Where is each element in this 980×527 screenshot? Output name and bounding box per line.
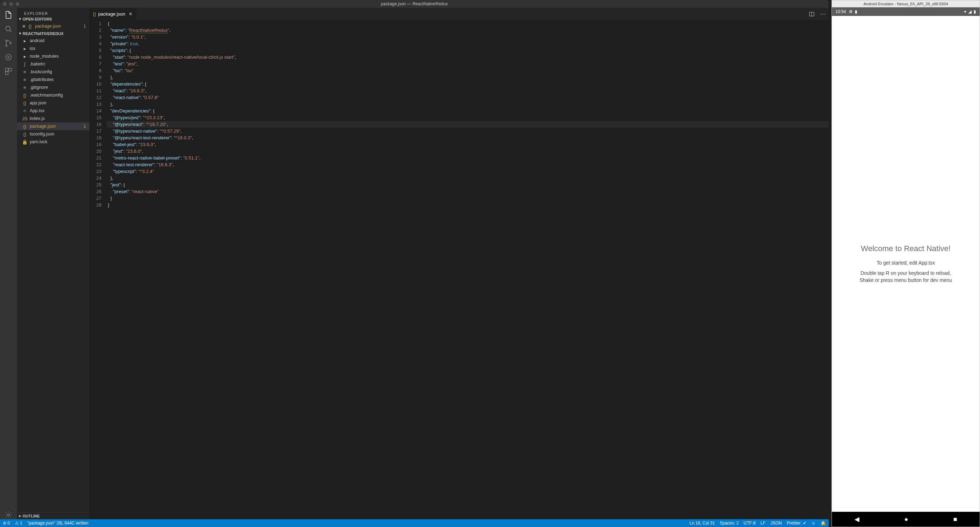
android-emulator-window: Android Emulator - Nexus_5X_API_28_x86:5…	[832, 0, 980, 527]
chevron-right-icon: ▸	[19, 514, 21, 518]
settings-gear-icon[interactable]	[4, 511, 13, 519]
file-label: package.json	[30, 124, 56, 129]
errors-count[interactable]: ⊘ 0	[3, 521, 10, 525]
file-label: node_modules	[30, 54, 59, 59]
folder-icon: ▸	[22, 46, 27, 51]
file-label: .gitattributes	[30, 77, 54, 82]
config-icon: ≡	[22, 77, 27, 83]
lock-icon: 🔒	[22, 139, 27, 145]
file-tree: ▸android▸ios▸node_modules∫.babelrc≡.buck…	[17, 37, 89, 512]
vscode-window: package.json — ReactNativeRedux EXPLORER…	[0, 0, 829, 527]
json-icon: {}	[22, 123, 27, 129]
react-icon: ⚛	[22, 108, 27, 113]
prettier-status[interactable]: Prettier: ✔	[787, 521, 806, 525]
cursor-position[interactable]: Ln 16, Col 31	[690, 521, 715, 525]
more-actions-icon[interactable]: ⋯	[818, 11, 829, 18]
file-label: .watchmanconfig	[30, 93, 63, 98]
svg-point-9	[8, 514, 10, 516]
instruction-line-1: To get started, edit App.tsx	[877, 260, 935, 267]
instruction-line-3: Shake or press menu button for dev menu	[859, 277, 952, 284]
file-item[interactable]: ∫.babelrc	[17, 60, 89, 68]
android-nav-bar: ◀ ● ■	[832, 512, 980, 527]
file-item[interactable]: {}tsconfig.json	[17, 130, 89, 138]
activity-bar	[0, 8, 17, 519]
svg-rect-8	[5, 72, 8, 75]
code-content[interactable]: { "name": "ReactNativeRedux", "version":…	[107, 20, 829, 519]
config-icon: ≡	[22, 84, 27, 90]
explorer-sidebar: EXPLORER ▾OPEN EDITORS ✕ {} package.json…	[17, 8, 89, 519]
project-header[interactable]: ▾REACTNATIVEREDUX	[17, 30, 89, 37]
modified-badge: 1	[83, 124, 86, 129]
indentation[interactable]: Spaces: 2	[720, 521, 738, 525]
feedback-icon[interactable]: ☺	[811, 521, 816, 525]
overview-button[interactable]: ■	[953, 516, 957, 523]
file-item[interactable]: ≡.buckconfig	[17, 68, 89, 76]
editor-area: {} package.json ✕ ⋯ 12345678910111213141…	[89, 8, 829, 519]
file-item[interactable]: ⚛App.tsx	[17, 107, 89, 115]
file-item[interactable]: {}package.json1	[17, 123, 89, 130]
open-editor-label: package.json	[35, 24, 61, 29]
instruction-line-2: Double tap R on your keyboard to reload,	[861, 270, 951, 277]
json-icon: {}	[93, 11, 96, 17]
file-label: .babelrc	[30, 62, 45, 67]
app-icon: ▮	[855, 9, 858, 14]
json-icon: {}	[22, 92, 27, 98]
window-controls[interactable]	[3, 2, 19, 6]
search-icon[interactable]	[4, 25, 13, 33]
battery-icon: ▮	[974, 9, 976, 14]
outline-header[interactable]: ▸OUTLINE	[17, 512, 89, 519]
open-editors-item[interactable]: ✕ {} package.json 1	[17, 22, 89, 30]
clock: 10:54	[835, 9, 846, 14]
language-mode[interactable]: JSON	[770, 521, 782, 525]
file-label: app.json	[30, 100, 46, 105]
warnings-count[interactable]: ⚠ 1	[15, 521, 22, 525]
file-label: android	[30, 38, 45, 43]
file-item[interactable]: ▸ios	[17, 45, 89, 53]
file-item[interactable]: ≡.gitignore	[17, 83, 89, 91]
file-item[interactable]: JSindex.js	[17, 115, 89, 123]
svg-rect-7	[9, 68, 12, 71]
json-icon: {}	[22, 131, 27, 137]
notifications-icon[interactable]: 🔔	[821, 521, 826, 525]
tab-label: package.json	[98, 11, 126, 17]
babel-icon: ∫	[22, 61, 27, 67]
file-item[interactable]: {}.watchmanconfig	[17, 91, 89, 99]
home-button[interactable]: ●	[904, 516, 908, 523]
titlebar: package.json — ReactNativeRedux	[0, 0, 829, 8]
back-button[interactable]: ◀	[854, 515, 859, 523]
file-label: tsconfig.json	[30, 132, 54, 137]
file-item[interactable]: ▸node_modules	[17, 53, 89, 60]
file-item[interactable]: ▸android	[17, 37, 89, 45]
file-label: .buckconfig	[30, 69, 52, 74]
emulator-titlebar: Android Emulator - Nexus_5X_API_28_x86:5…	[832, 0, 980, 7]
folder-icon: ▸	[22, 38, 27, 43]
split-editor-icon[interactable]	[806, 11, 818, 17]
explorer-icon[interactable]	[4, 11, 13, 19]
file-label: index.js	[30, 116, 45, 121]
file-label: ios	[30, 46, 35, 51]
svg-point-2	[6, 40, 7, 41]
open-editors-header[interactable]: ▾OPEN EDITORS	[17, 16, 89, 22]
svg-rect-6	[5, 68, 8, 71]
file-label: .gitignore	[30, 85, 48, 90]
file-item[interactable]: {}app.json	[17, 99, 89, 107]
status-bar: ⊘ 0 ⚠ 1 "package.json" 28L 644C written …	[0, 519, 829, 527]
svg-point-4	[10, 43, 11, 44]
file-item[interactable]: 🔒yarn.lock	[17, 138, 89, 146]
file-label: yarn.lock	[30, 139, 48, 144]
sidebar-title: EXPLORER	[17, 8, 89, 16]
android-status-bar: 10:54 ⚙ ▮ ▾ ◢ ▮	[832, 8, 980, 16]
file-item[interactable]: ≡.gitattributes	[17, 76, 89, 83]
wifi-icon: ▾	[964, 9, 966, 14]
close-icon[interactable]: ✕	[129, 11, 132, 17]
debug-icon[interactable]	[4, 53, 13, 62]
encoding[interactable]: UTF-8	[743, 521, 756, 525]
svg-point-0	[6, 26, 10, 31]
chevron-down-icon: ▾	[19, 31, 21, 36]
close-icon[interactable]: ✕	[22, 24, 26, 29]
extensions-icon[interactable]	[4, 67, 13, 76]
source-control-icon[interactable]	[4, 39, 13, 48]
editor-tab[interactable]: {} package.json ✕	[89, 8, 136, 20]
eol[interactable]: LF	[760, 521, 765, 525]
code-editor[interactable]: 1234567891011121314151617181920212223242…	[89, 20, 829, 519]
